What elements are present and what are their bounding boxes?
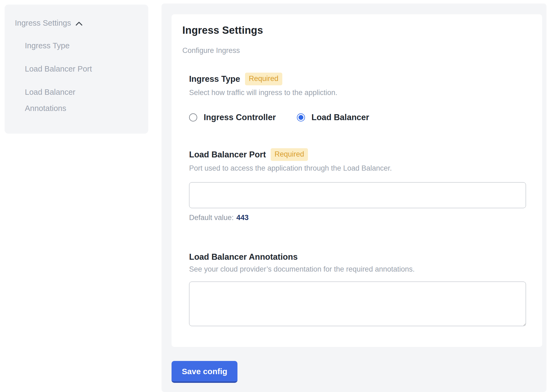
sidebar-group-label: Ingress Settings — [15, 15, 71, 31]
load-balancer-port-label: Load Balancer Port — [189, 150, 266, 160]
sidebar-item-load-balancer-port[interactable]: Load Balancer Port — [25, 61, 140, 77]
ingress-type-label-row: Ingress Type Required — [189, 73, 526, 85]
save-config-button[interactable]: Save config — [172, 361, 237, 383]
sidebar-items: Ingress Type Load Balancer Port Load Bal… — [25, 38, 140, 116]
ingress-type-field: Ingress Type Required Select how traffic… — [189, 73, 526, 122]
page-title: Ingress Settings — [182, 25, 531, 36]
radio-unselected-icon — [189, 113, 197, 121]
radio-option-ingress-controller[interactable]: Ingress Controller — [189, 113, 276, 122]
radio-selected-icon — [297, 113, 305, 121]
default-value-row: Default value:443 — [189, 214, 526, 222]
radio-option-label: Load Balancer — [311, 113, 369, 122]
radio-option-label: Ingress Controller — [204, 113, 276, 122]
load-balancer-port-label-row: Load Balancer Port Required — [189, 148, 526, 161]
sidebar-item-ingress-type[interactable]: Ingress Type — [25, 38, 140, 54]
default-value-label: Default value: — [189, 214, 234, 222]
load-balancer-port-description: Port used to access the application thro… — [189, 164, 526, 173]
required-badge: Required — [271, 148, 308, 161]
default-value: 443 — [236, 214, 249, 222]
page-subtitle: Configure Ingress — [182, 46, 531, 55]
card-body: Ingress Type Required Select how traffic… — [182, 73, 531, 326]
radio-option-load-balancer[interactable]: Load Balancer — [297, 113, 369, 122]
load-balancer-annotations-field: Load Balancer Annotations See your cloud… — [189, 252, 526, 326]
ingress-type-description: Select how traffic will ingress to the a… — [189, 89, 526, 97]
load-balancer-annotations-textarea[interactable] — [189, 282, 526, 326]
ingress-type-radio-group: Ingress Controller Load Balancer — [189, 113, 526, 122]
ingress-type-label: Ingress Type — [189, 74, 240, 84]
sidebar-item-load-balancer-annotations[interactable]: Load Balancer Annotations — [25, 84, 114, 116]
sidebar-group-ingress-settings[interactable]: Ingress Settings — [15, 15, 140, 31]
main-panel: Ingress Settings Configure Ingress Ingre… — [162, 4, 546, 392]
load-balancer-port-input[interactable] — [189, 182, 526, 208]
chevron-up-icon — [75, 21, 83, 26]
load-balancer-port-field: Load Balancer Port Required Port used to… — [189, 148, 526, 222]
load-balancer-annotations-description: See your cloud provider’s documentation … — [189, 265, 526, 273]
required-badge: Required — [245, 73, 282, 85]
ingress-settings-card: Ingress Settings Configure Ingress Ingre… — [172, 14, 542, 347]
load-balancer-annotations-label: Load Balancer Annotations — [189, 252, 526, 262]
settings-nav-sidebar: Ingress Settings Ingress Type Load Balan… — [5, 5, 148, 134]
